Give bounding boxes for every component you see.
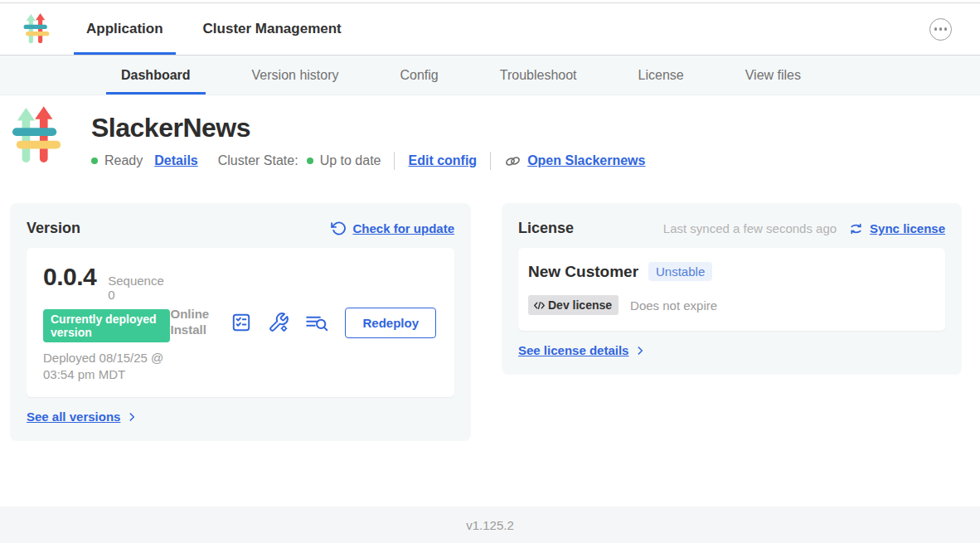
subnav-license-label: License <box>638 68 684 83</box>
customer-name: New Customer <box>528 263 638 281</box>
console-version: v1.125.2 <box>466 518 514 532</box>
subnav-dashboard-label: Dashboard <box>121 68 191 83</box>
subnav-version-history-label: Version history <box>252 68 339 83</box>
license-card-header: License Last synced a few seconds ago Sy… <box>518 220 945 237</box>
subnav-tab-config[interactable]: Config <box>386 56 454 95</box>
version-info: 0.0.4 Sequence 0 Currently deployed vers… <box>43 263 170 382</box>
cluster-state-label: Cluster State: <box>218 153 298 168</box>
slackernews-logo-icon <box>23 13 51 45</box>
install-type-label: Online Install <box>170 307 215 338</box>
edit-config-link[interactable]: Edit config <box>408 153 477 168</box>
tab-application[interactable]: Application <box>74 3 176 55</box>
version-sequence: Sequence 0 <box>108 274 170 302</box>
version-card-title: Version <box>27 220 80 237</box>
logs-magnifier-icon <box>305 313 329 333</box>
version-number: 0.0.4 <box>43 263 96 291</box>
app-logo <box>12 106 63 169</box>
subnav-troubleshoot-label: Troubleshoot <box>500 68 577 83</box>
deployed-timestamp: Deployed 08/15/25 @ 03:54 pm MDT <box>43 350 170 382</box>
app-title-block: SlackerNews Ready Details Cluster State:… <box>91 106 645 170</box>
open-app-link[interactable]: Open Slackernews <box>504 153 645 168</box>
check-for-update-link[interactable]: Check for update <box>331 221 454 236</box>
last-synced-text: Last synced a few seconds ago <box>663 221 837 235</box>
dashboard-main: SlackerNews Ready Details Cluster State:… <box>0 95 980 507</box>
top-nav-tabs: Application Cluster Management <box>74 3 354 55</box>
license-card: License Last synced a few seconds ago Sy… <box>502 203 962 375</box>
see-all-versions-label: See all versions <box>27 410 120 424</box>
app-header: SlackerNews Ready Details Cluster State:… <box>12 106 980 170</box>
refresh-icon <box>331 221 347 236</box>
subnav-tab-view-files[interactable]: View files <box>730 56 816 95</box>
overflow-menu-button[interactable] <box>929 3 952 55</box>
deployed-badge: Currently deployed version <box>43 309 170 342</box>
wrench-gear-icon <box>268 312 289 333</box>
slackernews-logo-large-icon <box>12 106 63 166</box>
version-actions: Online Install <box>170 307 438 338</box>
license-panel: New Customer Unstable Dev license <box>518 248 945 331</box>
footer: v1.125.2 <box>0 507 980 543</box>
sync-license-link[interactable]: Sync license <box>848 221 945 236</box>
divider <box>490 152 491 170</box>
version-card: Version Check for update 0.0.4 Sequence <box>10 203 471 441</box>
code-icon <box>533 300 546 311</box>
app-root: Application Cluster Management Dashboard… <box>0 0 980 543</box>
cluster-state-text: Up to date <box>320 153 381 168</box>
license-expiration: Does not expire <box>630 298 717 313</box>
configure-button[interactable] <box>268 312 289 333</box>
status-details-link[interactable]: Details <box>154 153 197 168</box>
view-logs-button[interactable] <box>305 313 329 333</box>
preflight-checks-icon <box>230 312 252 333</box>
divider <box>394 152 395 170</box>
sync-license-label: Sync license <box>870 221 945 235</box>
app-logo-small[interactable] <box>23 3 51 55</box>
see-all-versions-link[interactable]: See all versions <box>27 410 138 424</box>
redeploy-button[interactable]: Redeploy <box>345 308 436 338</box>
app-status-text: Ready <box>104 153 143 168</box>
open-app-label: Open Slackernews <box>527 153 645 168</box>
see-license-details-link[interactable]: See license details <box>518 343 646 357</box>
app-status-dot <box>91 158 98 164</box>
check-for-update-label: Check for update <box>352 221 454 235</box>
app-sub-nav: Dashboard Version history Config Trouble… <box>0 55 980 95</box>
tab-application-label: Application <box>86 21 163 37</box>
license-type-badge: Dev license <box>528 295 619 315</box>
sync-arrows-icon <box>848 221 864 236</box>
tab-cluster-management[interactable]: Cluster Management <box>191 3 354 55</box>
ellipsis-icon <box>929 18 952 41</box>
channel-badge: Unstable <box>648 262 712 281</box>
dashboard-cards: Version Check for update 0.0.4 Sequence <box>0 203 980 441</box>
version-card-footer: See all versions <box>27 410 454 424</box>
subnav-tab-troubleshoot[interactable]: Troubleshoot <box>485 56 592 95</box>
tab-cluster-management-label: Cluster Management <box>203 21 342 37</box>
subnav-config-label: Config <box>400 68 439 83</box>
current-version-panel: 0.0.4 Sequence 0 Currently deployed vers… <box>27 248 454 397</box>
preflight-checks-button[interactable] <box>230 312 252 333</box>
chain-link-icon <box>504 155 522 167</box>
subnav-tab-version-history[interactable]: Version history <box>237 56 354 95</box>
subnav-tab-dashboard[interactable]: Dashboard <box>106 56 206 95</box>
license-card-title: License <box>518 220 574 237</box>
version-card-header: Version Check for update <box>27 220 454 237</box>
see-license-details-label: See license details <box>518 343 628 357</box>
app-status-row: Ready Details Cluster State: Up to date … <box>91 152 645 170</box>
license-type-label: Dev license <box>548 298 612 312</box>
license-card-footer: See license details <box>518 343 945 358</box>
top-nav: Application Cluster Management <box>0 3 980 55</box>
page-title: SlackerNews <box>91 113 645 143</box>
chevron-right-icon <box>634 345 646 356</box>
subnav-view-files-label: View files <box>745 68 801 83</box>
cluster-status-dot <box>307 158 313 164</box>
chevron-right-icon <box>126 411 138 423</box>
subnav-tab-license[interactable]: License <box>623 56 699 95</box>
